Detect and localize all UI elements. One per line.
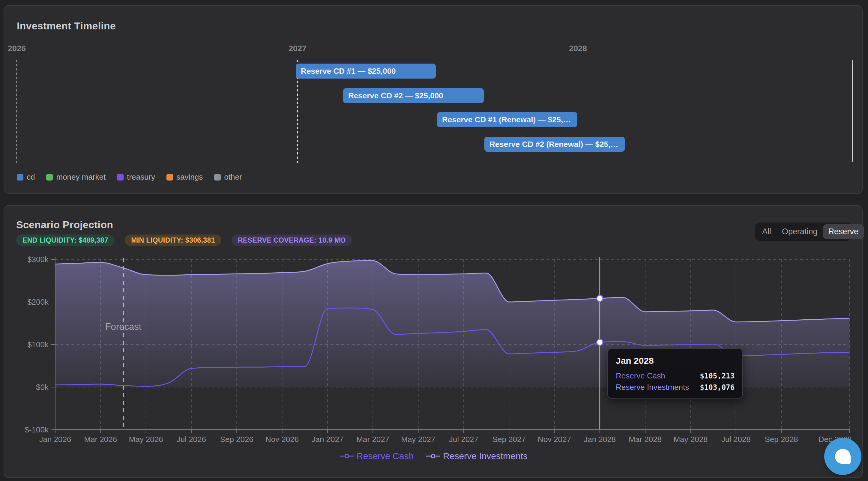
legend-label: money market — [56, 172, 105, 182]
y-axis-label: $300k — [27, 255, 49, 264]
gantt-year-label: 2027 — [280, 44, 315, 53]
legend-swatch-icon — [117, 174, 124, 181]
legend-label: other — [224, 172, 242, 182]
y-axis-label: $-100k — [25, 425, 49, 434]
chart-tooltip: Jan 2028 Reserve Cash$105,213Reserve Inv… — [607, 348, 743, 398]
tooltip-row: Reserve Cash$105,213 — [616, 371, 735, 381]
gantt-bar[interactable]: Reserve CD #2 (Renewal) — $25,0… — [485, 137, 625, 152]
legend-swatch-icon — [166, 174, 173, 181]
gantt-year-gridline — [17, 60, 17, 164]
x-axis-label: Jan 2026 — [39, 435, 71, 444]
tooltip-series-value: $103,076 — [700, 383, 735, 392]
active-dot — [597, 295, 603, 301]
gantt-bar[interactable]: Reserve CD #1 — $25,000 — [296, 64, 436, 78]
x-axis-label: May 2027 — [401, 435, 435, 444]
timeline-legend-item: savings — [166, 172, 203, 182]
chart-legend-item: Reserve Investments — [426, 451, 528, 461]
tooltip-title: Jan 2028 — [616, 356, 735, 366]
investment-timeline-panel: Investment Timeline 202620272028Reserve … — [4, 5, 863, 194]
x-axis-label: Mar 2027 — [356, 435, 389, 444]
timeline-legend-item: money market — [46, 172, 105, 182]
x-axis-label: Mar 2028 — [629, 435, 662, 444]
scenario-projection-panel: Scenario Projection END LIQUIDITY: $489,… — [4, 205, 863, 478]
line-marker-icon — [426, 453, 440, 459]
gantt-year-label: 2028 — [560, 44, 596, 53]
tooltip-series-label: Reserve Investments — [616, 383, 689, 392]
timeline-legend-item: cd — [17, 172, 35, 182]
chart-legend-item: Reserve Cash — [340, 451, 413, 461]
x-axis-label: Jul 2027 — [449, 435, 478, 444]
timeline-legend-item: treasury — [117, 172, 155, 182]
x-axis-label: Mar 2026 — [84, 435, 117, 444]
timeline-panel-title: Investment Timeline — [17, 20, 116, 32]
tooltip-row: Reserve Investments$103,076 — [616, 383, 735, 392]
projection-chart[interactable]: Forecast$300k$200k$100k$0k$-100kJan 2026… — [4, 206, 863, 479]
tooltip-series-label: Reserve Cash — [616, 371, 665, 381]
x-axis-label: Nov 2026 — [266, 435, 299, 444]
chart-legend: Reserve CashReserve Investments — [4, 451, 863, 461]
x-axis-label: Jul 2026 — [177, 435, 206, 444]
x-axis-label: May 2026 — [129, 435, 163, 444]
gantt-bar[interactable]: Reserve CD #2 — $25,000 — [343, 88, 484, 103]
active-dot — [597, 340, 603, 346]
legend-swatch-icon — [46, 174, 53, 181]
chat-launcher-button[interactable] — [824, 438, 861, 475]
legend-label: treasury — [127, 172, 155, 182]
gantt-bar[interactable]: Reserve CD #1 (Renewal) — $25,000 — [437, 112, 577, 127]
legend-swatch-icon — [214, 174, 221, 181]
chat-bubble-icon — [835, 449, 850, 464]
x-axis-label: Sep 2027 — [493, 435, 526, 444]
tooltip-series-value: $105,213 — [700, 372, 735, 380]
y-axis-label: $0k — [36, 383, 49, 392]
gantt-year-label: 2026 — [0, 44, 35, 53]
chart-legend-label: Reserve Investments — [443, 451, 528, 461]
legend-swatch-icon — [17, 174, 23, 181]
x-axis-label: Jan 2028 — [584, 435, 616, 444]
line-marker-icon — [340, 453, 353, 459]
x-axis-label: Sep 2026 — [220, 435, 253, 444]
x-axis-label: Sep 2028 — [765, 435, 798, 444]
legend-label: savings — [176, 172, 203, 182]
timeline-legend-item: other — [214, 172, 242, 182]
y-axis-label: $200k — [27, 297, 49, 307]
x-axis-label: Jul 2028 — [721, 435, 751, 444]
y-axis-label: $100k — [27, 340, 49, 349]
timeline-legend: cdmoney markettreasurysavingsother — [17, 172, 242, 182]
forecast-label: Forecast — [105, 321, 142, 332]
x-axis-label: May 2028 — [673, 435, 708, 444]
gantt-end-line — [852, 60, 853, 162]
x-axis-label: Nov 2027 — [538, 435, 571, 444]
x-axis-label: Jan 2027 — [311, 435, 343, 444]
chart-legend-label: Reserve Cash — [356, 451, 413, 461]
legend-label: cd — [27, 172, 35, 182]
